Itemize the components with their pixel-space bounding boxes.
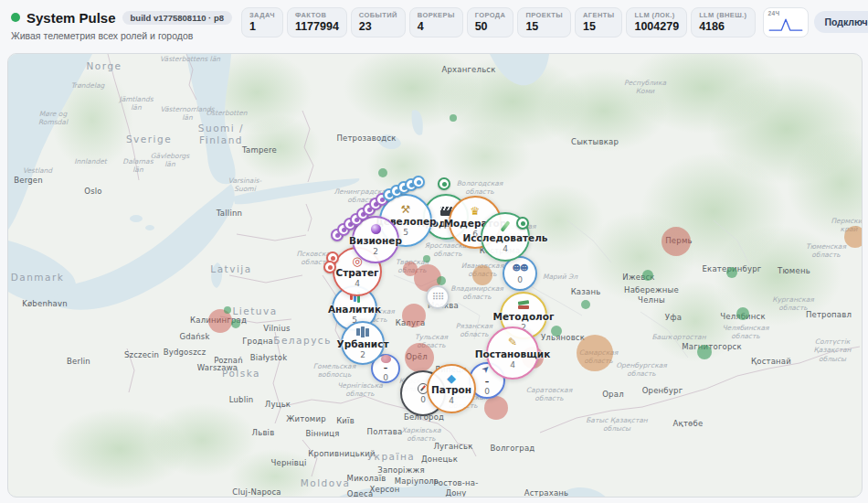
marker-label: Визионер	[349, 235, 402, 247]
sparkline-chart	[768, 16, 803, 32]
marker-label: Методолог	[493, 311, 555, 323]
activity-bubble	[581, 300, 590, 309]
marker-label: Аналитик	[328, 304, 381, 316]
stat-value: 15	[525, 20, 563, 33]
mini-marker[interactable]	[323, 261, 336, 273]
title-block: System Pulse build v1775808110 · p8 Жива…	[11, 7, 232, 41]
stat-card-3: ВОРКЕРЫ4	[409, 7, 463, 37]
pencil-icon: ✎	[508, 336, 517, 348]
marker-urbanist[interactable]: Урбанист2	[341, 321, 385, 365]
stat-value: 23	[359, 20, 397, 33]
marker-cluster[interactable]: ⠿⠿	[426, 285, 450, 309]
marker-label: Стратег	[335, 267, 378, 279]
marker-patron[interactable]: ◆Патрон4	[427, 364, 476, 413]
app-subtitle: Живая телеметрия всех ролей и городов	[11, 30, 232, 41]
marker-count: 4	[355, 279, 360, 289]
build-badge: build v1775808110 · p8	[122, 11, 232, 25]
activity-bubble	[378, 168, 387, 177]
activity-bubble	[577, 335, 613, 371]
app-title: System Pulse	[26, 10, 116, 26]
sparkline-card: 24Ч	[763, 7, 809, 37]
map-canvas[interactable]: NorgeTrøndelagMøre og RomsdalVestlandBer…	[7, 53, 863, 498]
activity-bubble	[726, 267, 737, 278]
activity-bubble	[736, 307, 749, 320]
marker-label: Урбанист	[337, 338, 389, 350]
cityscape-icon	[356, 326, 370, 338]
crystal-ball-icon	[371, 222, 381, 235]
marker-count: 4	[503, 244, 508, 254]
brain-icon	[381, 355, 391, 363]
activity-bubble	[697, 345, 712, 359]
stat-value: 1177994	[295, 20, 339, 33]
stat-label: ВОРКЕРЫ	[418, 11, 455, 19]
books-icon	[518, 298, 529, 311]
stat-label: СОБЫТИЙ	[359, 11, 397, 19]
activity-bubble	[551, 326, 562, 337]
stat-value: 1	[249, 20, 275, 33]
marker-producer-director[interactable]: ✎Постановщик4	[486, 326, 539, 380]
test-tube-icon	[503, 219, 507, 232]
stat-label: ПРОЕКТЫ	[525, 11, 563, 19]
activity-bubble	[642, 270, 653, 281]
people-icon: ☻☻	[513, 262, 528, 275]
connection-button[interactable]: Подключение...	[814, 11, 868, 33]
activity-bubble	[224, 306, 231, 314]
stat-value: 4	[418, 20, 455, 33]
marker-count: 2	[360, 350, 365, 360]
stat-value: 15	[583, 20, 614, 33]
connection-button-label: Подключение...	[825, 16, 868, 27]
marker-count: 0	[517, 275, 523, 285]
marker-count: 0	[383, 373, 388, 383]
activity-bubble	[484, 396, 508, 420]
stat-label: АГЕНТЫ	[583, 11, 614, 19]
activity-bubble	[844, 226, 863, 248]
stat-value: 4186	[699, 20, 746, 33]
activity-bubble	[437, 276, 446, 285]
stat-value: 1004279	[634, 20, 679, 33]
spar kline-label: 24Ч	[768, 10, 803, 16]
marker-count: 4	[510, 360, 515, 370]
stats-row: ЗАДАЧ1ФАКТОВ1177994СОБЫТИЙ23ВОРКЕРЫ4ГОРО…	[241, 7, 755, 37]
marker-count: 0	[420, 395, 426, 405]
activity-bubble	[662, 227, 691, 256]
marker-count: 4	[449, 396, 454, 406]
activity-bubble	[402, 304, 426, 327]
activity-bubble	[423, 255, 430, 262]
marker-label: Патрон	[431, 384, 471, 396]
marker-count: 5	[403, 228, 408, 238]
mini-marker[interactable]	[516, 217, 529, 230]
stat-label: LLM (ЛОК.)	[634, 11, 679, 19]
stat-card-5: ПРОЕКТЫ15	[517, 7, 571, 37]
dots-grid-icon: ⠿⠿	[432, 291, 444, 304]
crown-icon: ♛	[471, 205, 481, 218]
stat-label: ФАКТОВ	[295, 11, 339, 19]
construction-icon: ⚒	[401, 203, 411, 216]
stat-card-4: ГОРОДА50	[467, 7, 514, 37]
mini-marker[interactable]	[438, 177, 450, 190]
header-buttons: Подключение... ◐ Компактно ❖ Панели	[814, 11, 868, 33]
activity-bubble	[472, 265, 492, 285]
stat-value: 50	[475, 20, 506, 33]
sparkline-path	[769, 19, 802, 30]
stat-label: ГОРОДА	[475, 11, 506, 19]
marker-count: 0	[484, 387, 490, 397]
stat-card-8: LLM (ВНЕШ.)4186	[691, 7, 755, 37]
activity-bubble	[450, 114, 457, 122]
stat-card-6: АГЕНТЫ15	[575, 7, 622, 37]
marker-label: –	[485, 377, 490, 387]
stat-label: ЗАДАЧ	[249, 11, 275, 19]
activity-bubble	[405, 343, 434, 372]
gem-icon: ◆	[447, 371, 456, 384]
activity-bubble	[231, 319, 240, 328]
marker-label: Исследователь	[463, 232, 548, 244]
marker-count: 2	[373, 247, 378, 257]
status-dot	[11, 13, 20, 22]
stat-card-7: LLM (ЛОК.)1004279	[626, 7, 687, 37]
marker-label: –	[384, 363, 388, 373]
marker-label: Постановщик	[475, 348, 551, 360]
stat-card-1: ФАКТОВ1177994	[287, 7, 347, 37]
stat-card-0: ЗАДАЧ1	[241, 7, 283, 37]
header-bar: System Pulse build v1775808110 · p8 Жива…	[0, 0, 868, 53]
stat-card-2: СОБЫТИЙ23	[351, 7, 406, 37]
mini-marker[interactable]	[412, 176, 425, 188]
